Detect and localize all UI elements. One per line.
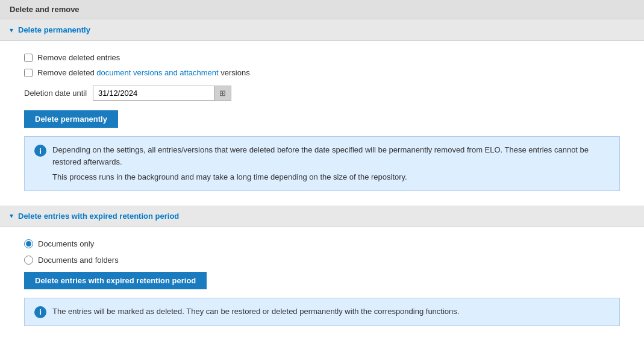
documents-only-label: Documents only <box>38 239 94 248</box>
deletion-date-input[interactable] <box>93 86 214 100</box>
checkbox-remove-deleted-row: Remove deleted entries <box>24 53 620 62</box>
page-title: Delete and remove <box>0 0 644 19</box>
remove-versions-label-after: versions <box>219 68 250 77</box>
section1-info-line2: This process runs in the background and … <box>52 171 610 183</box>
delete-expired-retention-button[interactable]: Delete entries with expired retention pe… <box>24 272 207 289</box>
checkbox-remove-versions-row: Remove deleted document versions and att… <box>24 68 620 77</box>
deletion-date-label: Deletion date until <box>24 89 87 98</box>
section2-title: Delete entries with expired retention pe… <box>18 212 179 221</box>
document-versions-link[interactable]: document versions and attachment <box>96 68 218 77</box>
section2-info-text: The entries will be marked as deleted. T… <box>52 306 459 318</box>
date-input-wrapper: ⊞ <box>93 86 231 101</box>
section1-info-line1: Depending on the settings, all entries/v… <box>52 144 610 168</box>
section2-chevron-icon: ▾ <box>10 212 13 220</box>
documents-only-radio[interactable] <box>24 239 33 248</box>
section2-info-box: i The entries will be marked as deleted.… <box>24 298 620 326</box>
remove-versions-label-before: Remove deleted <box>37 68 96 77</box>
remove-deleted-entries-label: Remove deleted entries <box>37 53 120 62</box>
radio-documents-only-row: Documents only <box>24 239 620 248</box>
section1-content: Remove deleted entries Remove deleted do… <box>0 41 644 206</box>
section1-header[interactable]: ▾ Delete permanently <box>0 19 644 41</box>
remove-versions-label: Remove deleted document versions and att… <box>37 68 250 77</box>
section1-chevron-icon: ▾ <box>10 26 13 34</box>
section1-info-text: Depending on the settings, all entries/v… <box>52 144 610 183</box>
info-icon: i <box>34 145 46 157</box>
radio-documents-folders-row: Documents and folders <box>24 256 620 265</box>
delete-permanently-button[interactable]: Delete permanently <box>24 110 118 128</box>
section2-header[interactable]: ▾ Delete entries with expired retention … <box>0 206 644 227</box>
section2-content: Documents only Documents and folders Del… <box>0 227 644 341</box>
remove-deleted-entries-checkbox[interactable] <box>24 54 33 62</box>
remove-document-versions-checkbox[interactable] <box>24 69 33 77</box>
documents-and-folders-radio[interactable] <box>24 256 33 265</box>
section1-title: Delete permanently <box>18 25 90 34</box>
section1-info-box: i Depending on the settings, all entries… <box>24 136 620 191</box>
date-row: Deletion date until ⊞ <box>24 86 620 101</box>
info-icon-2: i <box>34 306 46 318</box>
date-picker-button[interactable]: ⊞ <box>214 86 231 100</box>
calendar-icon: ⊞ <box>219 89 226 98</box>
documents-and-folders-label: Documents and folders <box>38 256 119 265</box>
